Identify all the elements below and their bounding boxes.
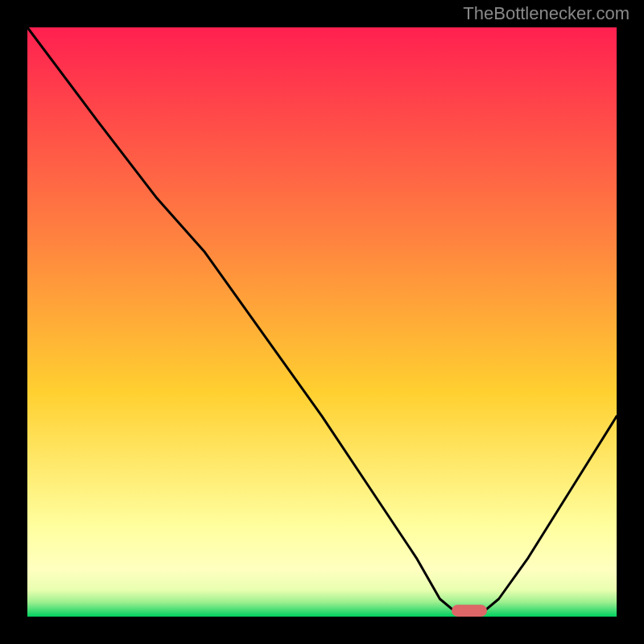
chart-container: TheBottlenecker.com <box>0 0 644 644</box>
bottleneck-chart <box>24 24 620 620</box>
svg-rect-0 <box>27 27 617 617</box>
watermark-text: TheBottlenecker.com <box>463 3 630 24</box>
svg-rect-1 <box>452 605 487 617</box>
